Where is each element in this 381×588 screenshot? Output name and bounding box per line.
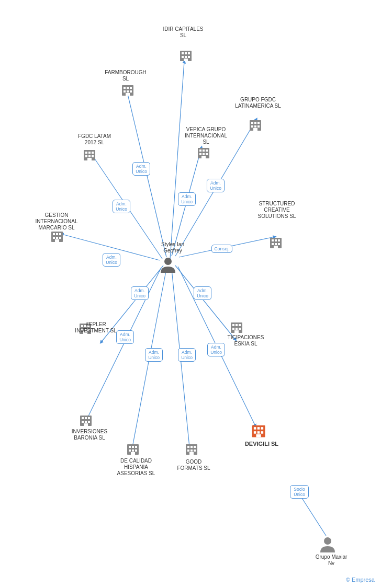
svg-rect-53 bbox=[201, 156, 206, 158]
watermark: © Empresa bbox=[346, 577, 375, 583]
grupo-fgdc-label: GRUPO FGDC LATINAMERICA SL bbox=[234, 97, 282, 109]
svg-rect-83 bbox=[236, 328, 238, 330]
devigili-label: DEVIGILI SL bbox=[241, 441, 283, 447]
svg-rect-108 bbox=[194, 449, 196, 452]
svg-point-118 bbox=[324, 537, 331, 545]
inversiones-label: INVERSIONES BARONIA SL bbox=[66, 429, 113, 441]
svg-rect-33 bbox=[92, 152, 94, 154]
decalidad-label: DE CALIDAD HISPANIA ASESORIAS SL bbox=[113, 458, 160, 477]
svg-rect-98 bbox=[129, 449, 131, 452]
svg-rect-23 bbox=[124, 87, 126, 89]
svg-rect-39 bbox=[251, 122, 253, 124]
adm-unico-badge-6[interactable]: Adm. Unico bbox=[131, 286, 149, 300]
adm-unico-badge-10[interactable]: Adm. Unico bbox=[178, 348, 196, 362]
svg-rect-88 bbox=[85, 417, 87, 419]
vepica-label: VEPICA GRUPO INTERNACIONAL SL bbox=[181, 126, 231, 145]
participaciones-label: TICIPACIONES ESKIA SL bbox=[221, 335, 271, 347]
svg-rect-104 bbox=[190, 446, 193, 448]
svg-rect-116 bbox=[261, 431, 264, 434]
structured-icon bbox=[268, 235, 283, 250]
svg-rect-45 bbox=[253, 128, 257, 131]
svg-rect-109 bbox=[189, 452, 194, 455]
adm-unico-badge-1[interactable]: Adm. Unico bbox=[132, 162, 150, 176]
idir-label: IDIR CAPITALES SL bbox=[162, 26, 204, 39]
svg-rect-24 bbox=[127, 87, 129, 89]
svg-rect-87 bbox=[82, 417, 84, 419]
svg-rect-35 bbox=[88, 155, 91, 157]
svg-rect-97 bbox=[135, 446, 137, 448]
svg-rect-20 bbox=[188, 56, 190, 58]
svg-rect-48 bbox=[203, 149, 205, 152]
svg-rect-84 bbox=[239, 328, 241, 330]
svg-rect-28 bbox=[130, 90, 132, 93]
svg-rect-26 bbox=[124, 90, 126, 93]
svg-point-119 bbox=[164, 258, 172, 265]
goodformats-icon bbox=[184, 442, 199, 456]
adm-unico-badge-9[interactable]: Adm. Unico bbox=[145, 348, 163, 362]
svg-rect-51 bbox=[203, 153, 205, 155]
svg-rect-43 bbox=[254, 125, 256, 128]
grupo-maxiar-label: Grupo Maxiar Nv bbox=[313, 554, 350, 567]
svg-rect-16 bbox=[185, 52, 187, 54]
inversiones-icon bbox=[79, 413, 93, 428]
svg-rect-17 bbox=[188, 52, 190, 54]
adm-unico-badge-2[interactable]: Adm. Unico bbox=[113, 200, 130, 213]
svg-rect-63 bbox=[272, 239, 274, 241]
svg-rect-100 bbox=[135, 449, 137, 452]
consejero-badge[interactable]: Consej. bbox=[211, 245, 232, 253]
svg-rect-80 bbox=[236, 324, 238, 326]
farmborough-label: FARMBOROUGH SL bbox=[102, 70, 149, 82]
svg-rect-82 bbox=[232, 328, 234, 330]
svg-rect-52 bbox=[206, 153, 208, 155]
svg-rect-113 bbox=[261, 427, 264, 430]
gestion-label: GESTION INTERNACIONAL MARCARIO SL bbox=[30, 212, 83, 231]
svg-rect-90 bbox=[82, 421, 84, 423]
svg-rect-85 bbox=[234, 330, 239, 333]
svg-rect-66 bbox=[272, 243, 274, 245]
svg-rect-81 bbox=[239, 324, 241, 326]
svg-rect-27 bbox=[127, 90, 129, 93]
svg-rect-58 bbox=[53, 237, 55, 239]
svg-rect-89 bbox=[88, 417, 90, 419]
svg-rect-49 bbox=[206, 149, 208, 152]
styles-ian-icon bbox=[159, 256, 177, 275]
svg-rect-59 bbox=[56, 237, 58, 239]
adm-unico-badge-8[interactable]: Adm. Unico bbox=[116, 330, 134, 344]
vepica-icon bbox=[196, 145, 211, 160]
svg-line-8 bbox=[175, 266, 236, 340]
svg-rect-101 bbox=[131, 452, 135, 455]
svg-rect-44 bbox=[257, 125, 260, 128]
svg-rect-21 bbox=[184, 59, 188, 61]
svg-rect-65 bbox=[278, 239, 280, 241]
svg-line-0 bbox=[170, 62, 184, 259]
svg-rect-92 bbox=[88, 421, 90, 423]
adm-unico-badge-4[interactable]: Adm. Unico bbox=[207, 179, 225, 192]
svg-rect-64 bbox=[275, 239, 277, 241]
fgdc-latam-icon bbox=[82, 147, 97, 162]
svg-rect-25 bbox=[130, 87, 132, 89]
svg-rect-15 bbox=[182, 52, 184, 54]
svg-rect-40 bbox=[254, 122, 256, 124]
svg-rect-105 bbox=[194, 446, 196, 448]
svg-rect-19 bbox=[185, 56, 187, 58]
svg-rect-50 bbox=[199, 153, 201, 155]
adm-unico-badge-5[interactable]: Adm. Unico bbox=[103, 253, 120, 267]
svg-rect-31 bbox=[85, 152, 87, 154]
svg-rect-111 bbox=[254, 427, 256, 430]
svg-rect-106 bbox=[187, 449, 189, 452]
adm-unico-badge-11[interactable]: Adm. Unico bbox=[207, 343, 225, 356]
adm-unico-badge-7[interactable]: Adm. Unico bbox=[194, 286, 211, 300]
adm-unico-badge-3[interactable]: Adm. Unico bbox=[178, 192, 196, 206]
svg-rect-79 bbox=[232, 324, 234, 326]
gestion-icon bbox=[50, 229, 64, 244]
farmborough-icon bbox=[120, 83, 135, 97]
svg-rect-112 bbox=[257, 427, 260, 430]
devigili-icon bbox=[250, 422, 267, 439]
socio-unico-badge[interactable]: Socio Único bbox=[290, 485, 309, 499]
decalidad-icon bbox=[126, 442, 140, 456]
svg-rect-91 bbox=[85, 421, 87, 423]
svg-rect-57 bbox=[59, 233, 61, 235]
grupo-maxiar-icon bbox=[318, 536, 337, 555]
svg-rect-18 bbox=[182, 56, 184, 58]
svg-rect-60 bbox=[59, 237, 61, 239]
